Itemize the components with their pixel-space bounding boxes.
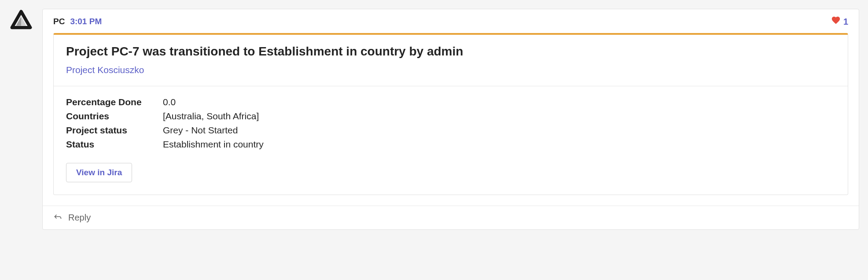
card-header: Project PC-7 was transitioned to Establi… — [54, 35, 848, 86]
detail-label: Project status — [66, 125, 163, 136]
detail-label: Status — [66, 139, 163, 150]
card-body: Percentage Done0.0Countries[Australia, S… — [54, 86, 848, 195]
card-title: Project PC-7 was transitioned to Establi… — [66, 44, 835, 59]
details-list: Percentage Done0.0Countries[Australia, S… — [66, 97, 835, 150]
reply-label: Reply — [68, 213, 91, 223]
avatar — [9, 9, 33, 33]
view-in-jira-button[interactable]: View in Jira — [66, 163, 132, 182]
message-header: PC 3:01 PM 1 — [43, 9, 859, 30]
reaction-count: 1 — [843, 17, 848, 27]
detail-row: Percentage Done0.0 — [66, 97, 835, 107]
detail-row: Project statusGrey - Not Started — [66, 125, 835, 136]
detail-row: StatusEstablishment in country — [66, 139, 835, 150]
author-time: PC 3:01 PM — [53, 17, 102, 26]
detail-value: Establishment in country — [163, 139, 264, 150]
detail-label: Countries — [66, 111, 163, 122]
detail-label: Percentage Done — [66, 97, 163, 107]
detail-value: [Australia, South Africa] — [163, 111, 259, 122]
message-body: PC 3:01 PM 1 Project PC-7 was transition… — [42, 9, 859, 230]
heart-icon — [831, 15, 841, 28]
detail-row: Countries[Australia, South Africa] — [66, 111, 835, 122]
reply-icon — [53, 212, 62, 223]
author-name: PC — [53, 17, 65, 26]
app-logo-icon — [10, 10, 33, 33]
message-container: PC 3:01 PM 1 Project PC-7 was transition… — [9, 9, 859, 230]
notification-card: Project PC-7 was transitioned to Establi… — [53, 33, 848, 195]
detail-value: 0.0 — [163, 97, 176, 107]
detail-value: Grey - Not Started — [163, 125, 238, 136]
reactions[interactable]: 1 — [831, 15, 848, 28]
message-time[interactable]: 3:01 PM — [70, 17, 102, 26]
reply-button[interactable]: Reply — [43, 206, 859, 229]
project-link[interactable]: Project Kosciuszko — [66, 65, 835, 75]
